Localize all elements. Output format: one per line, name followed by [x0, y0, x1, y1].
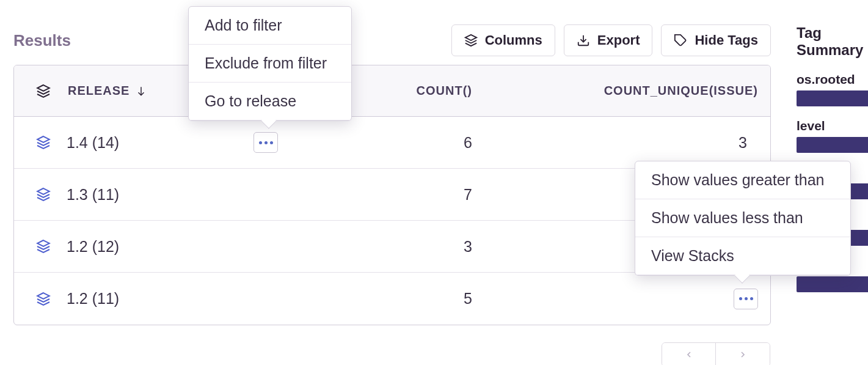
svg-marker-6: [37, 188, 49, 194]
svg-marker-8: [37, 293, 49, 299]
cell-release[interactable]: 1.2 (12): [14, 238, 301, 256]
tag-bar[interactable]: [797, 90, 868, 106]
cell-release[interactable]: 1.3 (11): [14, 186, 301, 204]
menu-item-values-greater[interactable]: Show values greater than: [635, 161, 850, 199]
svg-marker-3: [37, 85, 49, 91]
tag-label: level: [797, 119, 868, 133]
toolbar: Columns Export Hide Tags: [451, 24, 771, 56]
export-button[interactable]: Export: [564, 24, 653, 56]
col-release-label: RELEASE: [68, 84, 129, 98]
next-page-button[interactable]: [716, 343, 770, 365]
release-value: 1.3 (11): [67, 186, 119, 204]
arrow-down-icon: [136, 84, 147, 98]
tag-bar[interactable]: [797, 137, 868, 153]
ellipsis-icon: [259, 141, 273, 144]
tag-block: level: [797, 119, 868, 153]
chevron-right-icon: [738, 350, 748, 359]
release-value: 1.4 (14): [67, 134, 119, 152]
ellipsis-icon: [739, 297, 753, 300]
results-title: Results: [13, 31, 71, 50]
tag-label: os.rooted: [797, 72, 868, 87]
layers-icon: [36, 187, 51, 202]
results-header: Results Columns Export Hide Tags: [13, 0, 771, 65]
layers-icon: [36, 135, 51, 150]
menu-item-exclude-filter[interactable]: Exclude from filter: [189, 45, 351, 83]
column-header-unique[interactable]: COUNT_UNIQUE(ISSUE): [539, 84, 771, 98]
table-row: 1.2 (11) 5: [14, 273, 770, 325]
row-actions-button[interactable]: [253, 132, 278, 153]
tag-block: os.rooted: [797, 72, 868, 106]
release-value: 1.2 (12): [67, 238, 119, 256]
value-context-menu: Show values greater than Show values les…: [635, 161, 851, 276]
hide-tags-button[interactable]: Hide Tags: [661, 24, 771, 56]
cell-unique[interactable]: 3: [539, 134, 771, 152]
prev-page-button[interactable]: [662, 343, 716, 365]
cell-release[interactable]: 1.2 (11): [14, 290, 301, 308]
pagination: [662, 342, 770, 365]
hide-tags-label: Hide Tags: [695, 32, 758, 48]
svg-marker-0: [465, 35, 476, 40]
layers-icon: [36, 84, 51, 98]
menu-item-values-less[interactable]: Show values less than: [635, 199, 850, 237]
table-header: RELEASE COUNT() COUNT_UNIQUE(ISSUE): [14, 65, 770, 117]
cell-count[interactable]: 7: [301, 186, 539, 204]
cell-release[interactable]: 1.4 (14): [14, 132, 301, 153]
layers-icon: [36, 239, 51, 254]
release-value: 1.2 (11): [67, 290, 119, 308]
chevron-left-icon: [684, 350, 694, 359]
tag-bar[interactable]: [797, 276, 868, 292]
cell-count[interactable]: 5: [301, 290, 539, 308]
cell-unique[interactable]: [539, 289, 771, 309]
svg-marker-7: [37, 240, 49, 246]
download-icon: [577, 34, 590, 47]
menu-item-add-filter[interactable]: Add to filter: [189, 7, 351, 45]
release-context-menu: Add to filter Exclude from filter Go to …: [188, 6, 352, 121]
cell-actions-button[interactable]: [734, 289, 758, 309]
layers-icon: [36, 292, 51, 306]
columns-label: Columns: [485, 32, 542, 48]
layers-icon: [464, 34, 478, 47]
columns-button[interactable]: Columns: [451, 24, 555, 56]
export-label: Export: [597, 32, 640, 48]
tag-summary-title: Tag Summary: [797, 24, 868, 59]
svg-marker-5: [37, 136, 49, 142]
cell-count[interactable]: 3: [301, 238, 539, 256]
tag-icon: [674, 34, 687, 47]
cell-count[interactable]: 6: [301, 134, 539, 152]
